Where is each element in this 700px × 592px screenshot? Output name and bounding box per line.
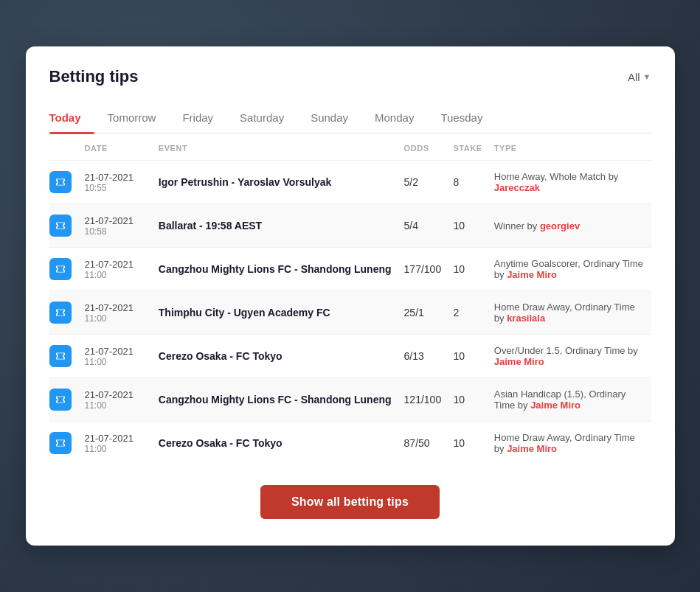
stake-cell: 10 (447, 335, 488, 378)
ticket-icon (49, 345, 72, 367)
table-row: 21-07-202111:00Thimphu City - Ugyen Acad… (49, 291, 651, 335)
time-value: 11:00 (85, 313, 147, 324)
author-link[interactable]: Jaime Miro (494, 356, 544, 367)
time-value: 10:55 (85, 183, 147, 193)
stake-cell: 10 (447, 204, 488, 248)
ticket-icon (49, 171, 72, 193)
ticket-icon-cell (49, 161, 79, 204)
time-value: 11:00 (85, 357, 147, 367)
odds-cell: 6/13 (398, 335, 448, 378)
odds-cell: 5/2 (398, 161, 448, 204)
ticket-icon-cell (49, 422, 79, 465)
type-cell: Home Away, Whole Match by Jarecczak (488, 161, 651, 204)
table-row: 21-07-202111:00Cangzhou Mighty Lions FC … (49, 248, 651, 291)
table-row: 21-07-202111:00Cerezo Osaka - FC Tokyo6/… (49, 335, 651, 378)
date-cell: 21-07-202111:00 (79, 422, 153, 465)
ticket-icon-cell (49, 291, 79, 335)
date-value: 21-07-2021 (85, 433, 147, 444)
card-title: Betting tips (49, 67, 139, 86)
ticket-icon-cell (49, 378, 79, 422)
event-cell: Cerezo Osaka - FC Tokyo (153, 422, 398, 465)
date-cell: 21-07-202110:55 (79, 161, 153, 204)
ticket-icon-cell (49, 204, 79, 248)
event-cell: Cangzhou Mighty Lions FC - Shandong Lune… (153, 378, 398, 422)
date-value: 21-07-2021 (85, 172, 147, 183)
type-cell: Over/Under 1.5, Ordinary Time by Jaime M… (488, 335, 651, 378)
date-value: 21-07-2021 (85, 302, 147, 313)
tab-monday[interactable]: Monday (361, 104, 427, 133)
tab-saturday[interactable]: Saturday (226, 104, 297, 133)
author-link[interactable]: georgiev (540, 220, 580, 231)
date-col-header: DATE (79, 133, 153, 161)
ticket-icon-cell (49, 248, 79, 291)
show-all-betting-tips-button[interactable]: Show all betting tips (260, 485, 440, 519)
author-link[interactable]: Jarecczak (494, 182, 540, 193)
date-value: 21-07-2021 (85, 259, 147, 270)
date-value: 21-07-2021 (85, 346, 147, 357)
date-cell: 21-07-202110:58 (79, 204, 153, 248)
odds-cell: 5/4 (398, 204, 448, 248)
tab-tomorrow[interactable]: Tomorrow (94, 104, 170, 133)
author-link[interactable]: Jaime Miro (507, 269, 557, 280)
table-header-row: DATE EVENT ODDS STAKE TYPE (49, 133, 651, 161)
betting-tips-card: Betting tips All ▼ TodayTomorrowFridaySa… (26, 46, 675, 546)
tab-today[interactable]: Today (49, 104, 94, 133)
date-cell: 21-07-202111:00 (79, 291, 153, 335)
ticket-icon-cell (49, 335, 79, 378)
stake-cell: 10 (447, 248, 488, 291)
betting-tips-table: DATE EVENT ODDS STAKE TYPE 21-07-202110:… (49, 133, 651, 464)
stake-col-header: STAKE (447, 133, 488, 161)
date-value: 21-07-2021 (85, 215, 147, 226)
odds-col-header: ODDS (398, 133, 448, 161)
table-row: 21-07-202110:55Igor Petrushin - Yaroslav… (49, 161, 651, 204)
type-prefix: Winner by (494, 220, 540, 231)
filter-all-label: All (628, 71, 640, 83)
author-link[interactable]: Jaime Miro (530, 400, 581, 411)
day-tabs: TodayTomorrowFridaySaturdaySundayMondayT… (49, 104, 651, 133)
table-row: 21-07-202111:00Cerezo Osaka - FC Tokyo87… (49, 422, 651, 465)
stake-cell: 2 (447, 291, 488, 335)
date-cell: 21-07-202111:00 (79, 378, 153, 422)
date-cell: 21-07-202111:00 (79, 248, 153, 291)
tab-friday[interactable]: Friday (169, 104, 226, 133)
ticket-icon (49, 389, 72, 411)
type-prefix: Over/Under 1.5, Ordinary Time by (494, 345, 638, 356)
table-row: 21-07-202111:00Cangzhou Mighty Lions FC … (49, 378, 651, 422)
type-cell: Home Draw Away, Ordinary Time by krasila… (488, 291, 651, 335)
show-button-wrapper: Show all betting tips (49, 485, 651, 519)
odds-cell: 177/100 (398, 248, 448, 291)
date-cell: 21-07-202111:00 (79, 335, 153, 378)
type-cell: Winner by georgiev (488, 204, 651, 248)
type-col-header: TYPE (488, 133, 651, 161)
type-prefix: Home Away, Whole Match by (494, 171, 619, 182)
chevron-down-icon: ▼ (643, 72, 651, 81)
tab-sunday[interactable]: Sunday (297, 104, 361, 133)
author-link[interactable]: krasilala (507, 313, 545, 324)
date-value: 21-07-2021 (85, 389, 147, 400)
filter-all-dropdown[interactable]: All ▼ (628, 71, 651, 83)
event-cell: Cerezo Osaka - FC Tokyo (153, 335, 398, 378)
table-row: 21-07-202110:58Ballarat - 19:58 AEST5/41… (49, 204, 651, 248)
stake-cell: 10 (447, 378, 488, 422)
ticket-icon (49, 302, 72, 324)
odds-cell: 121/100 (398, 378, 448, 422)
type-cell: Asian Handicap (1.5), Ordinary Time by J… (488, 378, 651, 422)
odds-cell: 25/1 (398, 291, 448, 335)
event-cell: Cangzhou Mighty Lions FC - Shandong Lune… (153, 248, 398, 291)
event-cell: Thimphu City - Ugyen Academy FC (153, 291, 398, 335)
time-value: 10:58 (85, 226, 147, 237)
author-link[interactable]: Jaime Miro (507, 443, 557, 454)
icon-col-header (49, 133, 79, 161)
time-value: 11:00 (85, 444, 147, 454)
type-cell: Anytime Goalscorer, Ordinary Time by Jai… (488, 248, 651, 291)
event-cell: Ballarat - 19:58 AEST (153, 204, 398, 248)
card-header: Betting tips All ▼ (49, 67, 651, 86)
ticket-icon (49, 432, 72, 454)
event-col-header: EVENT (153, 133, 398, 161)
odds-cell: 87/50 (398, 422, 448, 465)
event-cell: Igor Petrushin - Yaroslav Vorsulyak (153, 161, 398, 204)
tab-tuesday[interactable]: Tuesday (427, 104, 496, 133)
ticket-icon (49, 258, 72, 280)
stake-cell: 8 (447, 161, 488, 204)
type-cell: Home Draw Away, Ordinary Time by Jaime M… (488, 422, 651, 465)
